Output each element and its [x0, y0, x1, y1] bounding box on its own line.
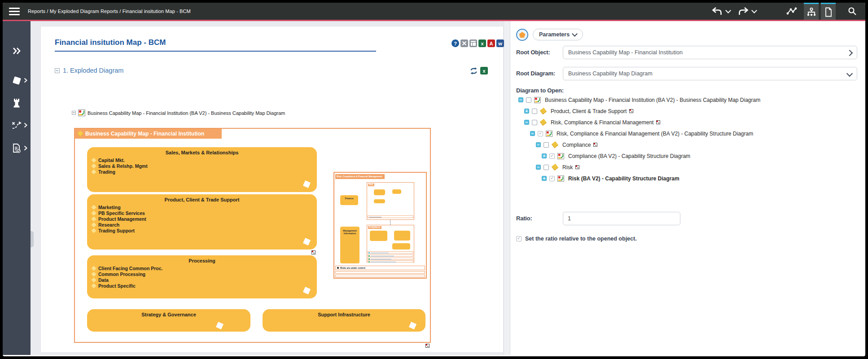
- capability-item[interactable]: Product Management: [91, 216, 317, 222]
- parameters-dropdown[interactable]: Parameters: [533, 29, 583, 40]
- tree-row-6[interactable]: −Risk: [510, 162, 865, 173]
- occurrence-icon[interactable]: [629, 109, 633, 113]
- report-tools-icon[interactable]: [460, 39, 468, 47]
- occurrence-icon[interactable]: [425, 344, 430, 348]
- sidebar-expand-button[interactable]: [3, 44, 31, 57]
- undo-icon[interactable]: [711, 3, 723, 20]
- occurrence-icon[interactable]: [575, 165, 579, 169]
- capability-item[interactable]: Data: [91, 277, 317, 283]
- capability-item-label: Marketing: [98, 205, 121, 210]
- mini-frame-risk[interactable]: Risk: [367, 182, 414, 220]
- tree-checkbox[interactable]: [526, 97, 531, 103]
- tree-node-label: Risk: [562, 164, 573, 171]
- bullet-diamond-icon: [91, 283, 96, 288]
- capability-item[interactable]: Marketing: [91, 204, 317, 210]
- capability-item[interactable]: Trading: [91, 169, 317, 175]
- mini-frame-compliance[interactable]: Compliance: [367, 225, 414, 263]
- capability-item[interactable]: Common Processing: [91, 271, 317, 277]
- undo-options-chevron-icon[interactable]: [724, 3, 730, 20]
- ratio-relative-checkbox[interactable]: ✓: [516, 236, 522, 241]
- section-collapse-icon[interactable]: [55, 68, 60, 73]
- collapse-node-icon[interactable]: −: [524, 120, 529, 125]
- root-diagram-select[interactable]: Business Capability Map Diagram: [563, 67, 857, 80]
- capability-item[interactable]: Client Facing Common Proc.: [91, 265, 317, 271]
- exploded-diagram-frame[interactable]: Business Capability Map - Financial Inst…: [74, 128, 431, 343]
- expand-node-icon[interactable]: +: [542, 153, 547, 158]
- mini-box-finance[interactable]: Finance: [340, 195, 358, 205]
- tree-checkbox[interactable]: ✓: [538, 131, 543, 136]
- diagram-icon: [557, 153, 564, 159]
- tree-checkbox[interactable]: [544, 142, 549, 148]
- activity-icon[interactable]: [786, 3, 798, 20]
- vertical-scrollbar[interactable]: [504, 21, 510, 355]
- export-word-icon[interactable]: w: [496, 39, 504, 47]
- sidebar-item-shapes[interactable]: [3, 74, 31, 87]
- occurrence-icon[interactable]: [593, 143, 597, 147]
- sidebar-item-assessment[interactable]: [3, 141, 31, 155]
- tree-checkbox[interactable]: [544, 165, 549, 170]
- section-header: 1. Exploded Diagram: [55, 67, 123, 74]
- tree-row-7[interactable]: +✓Risk (BA V2) - Capability Structure Di…: [510, 173, 865, 184]
- collapse-node-icon[interactable]: −: [530, 131, 535, 136]
- capability-item[interactable]: PB Specific Services: [91, 210, 317, 216]
- mini-strip: [368, 254, 413, 257]
- capability-box-strategy[interactable]: Strategy & Governance: [87, 309, 250, 332]
- table-layout-icon[interactable]: [469, 39, 477, 47]
- refresh-icon[interactable]: [469, 67, 478, 74]
- sub-diagram-risk-compliance[interactable]: Risk, Compliance & Financial Management …: [333, 172, 427, 279]
- mini-box: [374, 199, 385, 203]
- expand-node-icon[interactable]: +: [542, 176, 547, 181]
- sidebar-item-strategy[interactable]: [3, 119, 31, 131]
- diagram-tree-root-row[interactable]: Business Capability Map - Financial Inst…: [72, 109, 285, 116]
- expand-node-icon[interactable]: +: [524, 109, 529, 114]
- hierarchy-view-button[interactable]: [804, 3, 819, 20]
- redo-options-chevron-icon[interactable]: [750, 3, 756, 20]
- chevron-down-icon: [572, 31, 578, 37]
- mini-box-management-information[interactable]: Management Information: [340, 227, 359, 263]
- tree-row-3[interactable]: −✓Risk, Compliance & Financial Managemen…: [510, 128, 865, 139]
- export-excel-icon[interactable]: x: [478, 39, 486, 47]
- document-view-button[interactable]: [821, 3, 836, 20]
- root-object-field[interactable]: Business Capability Map - Financial Inst…: [563, 46, 857, 59]
- hamburger-menu-icon[interactable]: [9, 8, 20, 15]
- capability-item[interactable]: Trading Support: [91, 228, 317, 233]
- mini-box: [394, 231, 410, 241]
- panel-collapse-handle[interactable]: [31, 231, 34, 247]
- search-icon[interactable]: [847, 3, 857, 20]
- sidebar-item-architecture[interactable]: [3, 96, 31, 109]
- node-collapse-icon[interactable]: [72, 111, 76, 115]
- capability-item[interactable]: Capital Mkt.: [91, 157, 317, 163]
- help-icon[interactable]: ?: [452, 39, 459, 47]
- collapse-node-icon[interactable]: −: [518, 97, 523, 102]
- tree-checkbox[interactable]: [532, 109, 537, 114]
- capability-box-product[interactable]: Product, Client & Trade Support Marketin…: [87, 194, 317, 250]
- occurrence-icon[interactable]: [311, 250, 316, 254]
- capability-item[interactable]: Product Specific: [91, 283, 317, 289]
- tree-checkbox[interactable]: [532, 120, 537, 125]
- collapse-node-icon[interactable]: −: [536, 165, 541, 170]
- tree-checkbox[interactable]: ✓: [549, 176, 555, 181]
- section-title[interactable]: 1. Exploded Diagram: [63, 67, 123, 74]
- export-excel-icon[interactable]: x: [480, 67, 488, 74]
- redo-icon[interactable]: [737, 3, 749, 20]
- diagram-icon: [78, 109, 85, 116]
- capability-item[interactable]: Sales & Relshp. Mgmt: [91, 163, 317, 169]
- occurrence-icon[interactable]: [656, 120, 660, 124]
- tree-row-1[interactable]: +Product, Client & Trade Support: [510, 105, 865, 117]
- tree-row-4[interactable]: −Compliance: [510, 139, 865, 150]
- root-object-value: Business Capability Map - Financial Inst…: [568, 49, 683, 56]
- mini-box: [374, 189, 385, 195]
- collapse-node-icon[interactable]: −: [536, 142, 541, 147]
- capability-box-title: Sales, Markets & Relationships: [87, 147, 317, 155]
- tree-row-0[interactable]: −Business Capability Map - Financial Ins…: [510, 94, 865, 105]
- tree-row-2[interactable]: −Risk, Compliance & Financial Management: [510, 117, 865, 128]
- ratio-input[interactable]: [563, 212, 680, 225]
- object-type-pentagon-icon[interactable]: [516, 29, 528, 41]
- tree-row-5[interactable]: +✓Compliance (BA V2) - Capability Struct…: [510, 150, 865, 162]
- capability-box-sales[interactable]: Sales, Markets & Relationships Capital M…: [87, 147, 317, 192]
- capability-item[interactable]: Research: [91, 222, 317, 228]
- capability-box-processing[interactable]: Processing Client Facing Common Proc.Com…: [87, 255, 317, 298]
- capability-box-support[interactable]: Support Infrastructure: [263, 309, 425, 332]
- export-pdf-icon[interactable]: A: [487, 39, 495, 47]
- tree-checkbox[interactable]: ✓: [549, 153, 555, 159]
